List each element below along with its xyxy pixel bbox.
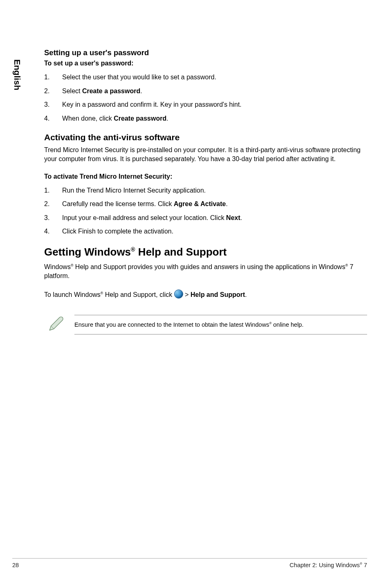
list-item: 1. Select the user that you would like t…: [44, 73, 367, 82]
step-number: 3.: [44, 213, 62, 222]
list-item: 2. Carefully read the license terms. Cli…: [44, 200, 367, 209]
antivirus-steps: 1. Run the Trend Micro Internet Security…: [44, 186, 367, 236]
note-box: Ensure that you are connected to the Int…: [47, 315, 367, 334]
step-text: Input your e-mail address and select you…: [62, 213, 367, 222]
antivirus-heading: Activating the anti-virus software: [44, 132, 367, 142]
step-number: 4.: [44, 227, 62, 236]
step-number: 4.: [44, 114, 62, 123]
antivirus-intro: Trend Micro Internet Security is pre-ins…: [44, 146, 367, 164]
page-number: 28: [12, 562, 19, 568]
step-text: Carefully read the license terms. Click …: [62, 200, 367, 209]
step-number: 2.: [44, 200, 62, 209]
list-item: 3. Input your e-mail address and select …: [44, 213, 367, 222]
help-support-launch: To launch Windows® Help and Support, cli…: [44, 290, 367, 299]
note-pen-icon: [47, 315, 65, 334]
windows-start-icon: [174, 290, 183, 298]
step-text: Run the Trend Micro Internet Security ap…: [62, 186, 367, 195]
list-item: 4. Click Finish to complete the activati…: [44, 227, 367, 236]
setting-password-heading: Setting up a user's password: [44, 48, 367, 57]
list-item: 1. Run the Trend Micro Internet Security…: [44, 186, 367, 195]
help-support-heading: Getting Windows® Help and Support: [44, 246, 367, 258]
chapter-label: Chapter 2: Using Windows® 7: [289, 562, 367, 568]
note-text-wrap: Ensure that you are connected to the Int…: [74, 315, 367, 334]
step-number: 3.: [44, 100, 62, 109]
step-text: Select the user that you would like to s…: [62, 73, 367, 82]
page-content: Setting up a user's password To set up a…: [44, 48, 367, 334]
step-text: Click Finish to complete the activation.: [62, 227, 367, 236]
setting-password-steps: 1. Select the user that you would like t…: [44, 73, 367, 123]
list-item: 2. Select Create a password.: [44, 87, 367, 96]
step-text: When done, click Create password.: [62, 114, 367, 123]
list-item: 4. When done, click Create password.: [44, 114, 367, 123]
setting-password-lead: To set up a user's password:: [44, 60, 367, 67]
help-support-intro: Windows® Help and Support provides you w…: [44, 263, 367, 281]
step-number: 1.: [44, 186, 62, 195]
list-item: 3. Key in a password and confirm it. Key…: [44, 100, 367, 109]
antivirus-lead: To activate Trend Micro Internet Securit…: [44, 173, 367, 180]
step-text: Key in a password and confirm it. Key in…: [62, 100, 367, 109]
note-text: Ensure that you are connected to the Int…: [74, 321, 303, 328]
step-text: Select Create a password.: [62, 87, 367, 96]
language-tab: English: [12, 59, 22, 90]
document-page: English Setting up a user's password To …: [0, 0, 390, 588]
step-number: 1.: [44, 73, 62, 82]
step-number: 2.: [44, 87, 62, 96]
page-footer: 28 Chapter 2: Using Windows® 7: [12, 558, 367, 568]
